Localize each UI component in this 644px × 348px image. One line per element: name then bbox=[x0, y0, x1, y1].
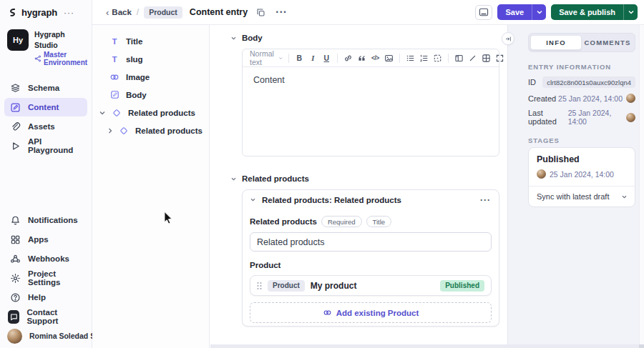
component-overflow-menu[interactable]: ··· bbox=[480, 195, 491, 205]
scrollbar-corner bbox=[639, 344, 644, 348]
sidebar-item-schema[interactable]: Schema bbox=[4, 79, 87, 97]
content-icon bbox=[9, 101, 21, 113]
workspace-name: Hygraph Studio bbox=[34, 29, 87, 50]
sidebar-item-assets[interactable]: Assets bbox=[4, 117, 87, 136]
entry-overflow-menu[interactable]: ··· bbox=[273, 5, 289, 19]
embed-button[interactable] bbox=[479, 51, 493, 64]
back-button[interactable]: ‹ Back bbox=[106, 5, 132, 19]
tab-comments[interactable]: COMMENTS bbox=[582, 35, 633, 50]
field-nav-slug[interactable]: T slug bbox=[92, 50, 209, 68]
workspace-avatar: Hy bbox=[7, 29, 29, 51]
required-badge: Required bbox=[321, 216, 362, 227]
page-title: Content entry bbox=[190, 7, 248, 17]
bold-button[interactable]: B bbox=[293, 51, 306, 64]
schema-icon bbox=[9, 82, 21, 94]
published-by-avatar bbox=[537, 169, 546, 179]
body-section-header[interactable]: Body bbox=[231, 34, 263, 42]
user-avatar bbox=[7, 329, 22, 344]
tab-info[interactable]: INFO bbox=[530, 35, 582, 50]
richtext-editor: Normal text B I U </> bbox=[242, 49, 499, 156]
sidebar-item-notifications[interactable]: Notifications bbox=[4, 211, 87, 229]
image-button[interactable] bbox=[382, 51, 396, 64]
stage-published-date: 25 Jan 2024, 14:00 bbox=[550, 170, 614, 179]
related-products-input[interactable] bbox=[250, 232, 492, 252]
workspace-switcher[interactable]: Hy Hygraph Studio Master Environment bbox=[0, 25, 92, 66]
copy-icon[interactable] bbox=[253, 5, 268, 19]
link-button[interactable] bbox=[341, 51, 355, 64]
field-nav-related-products[interactable]: Related products bbox=[92, 104, 209, 121]
chevron-down-icon[interactable] bbox=[231, 177, 236, 181]
preview-panel-toggle-icon[interactable] bbox=[475, 5, 492, 20]
numbered-list-button[interactable] bbox=[417, 51, 431, 64]
checklist-button[interactable] bbox=[431, 51, 444, 64]
id-label: ID bbox=[528, 78, 536, 86]
italic-button[interactable]: I bbox=[306, 51, 320, 64]
gear-icon bbox=[9, 272, 21, 284]
chevron-down-icon[interactable] bbox=[250, 198, 255, 202]
bulleted-list-button[interactable] bbox=[404, 51, 417, 64]
component-field-icon bbox=[119, 126, 129, 136]
sidebar-item-api-playground[interactable]: API Playground bbox=[4, 136, 87, 155]
assets-icon bbox=[9, 121, 21, 132]
hygraph-logo-icon bbox=[7, 7, 18, 18]
created-label: Created bbox=[528, 94, 556, 103]
field-nav-image[interactable]: Image bbox=[92, 68, 209, 86]
product-reference-row[interactable]: Product My product Published bbox=[250, 275, 492, 296]
component-field-icon bbox=[112, 108, 122, 118]
environment-selector[interactable]: Master Environment bbox=[34, 51, 87, 66]
stage-published-label: Published bbox=[537, 154, 627, 164]
component-body: Related products Required Title Product … bbox=[243, 209, 499, 330]
created-by-avatar bbox=[626, 94, 635, 103]
last-updated-label: Last updated bbox=[528, 109, 568, 126]
richtext-content-area[interactable]: Content bbox=[243, 67, 499, 93]
entry-information-heading: ENTRY INFORMATION bbox=[528, 63, 635, 71]
sidebar-item-content[interactable]: Content bbox=[4, 98, 87, 116]
chat-icon bbox=[8, 310, 19, 324]
sidebar-item-contact-support[interactable]: Contact Support bbox=[4, 307, 87, 326]
collapse-panel-button[interactable] bbox=[502, 32, 514, 45]
sidebar-item-help[interactable]: Help bbox=[4, 288, 87, 307]
code-button[interactable]: </> bbox=[369, 51, 382, 64]
underline-button[interactable]: U bbox=[320, 51, 333, 64]
sidebar-item-apps[interactable]: Apps bbox=[4, 230, 87, 249]
logo-menu[interactable]: ··· bbox=[64, 8, 74, 18]
entry-id-value[interactable]: clrt82c8n001s0auxc90zlqn4 bbox=[542, 76, 635, 88]
save-dropdown-chevron-icon[interactable] bbox=[532, 4, 546, 20]
topbar: ‹ Back / Product Content entry ··· Save bbox=[92, 0, 644, 25]
save-button[interactable]: Save bbox=[497, 4, 546, 20]
topbar-actions: Save Save & publish bbox=[475, 4, 638, 20]
sidebar-item-webhooks[interactable]: Webhooks bbox=[4, 249, 87, 268]
field-nav-related-products-nested[interactable]: Related products bbox=[92, 121, 209, 139]
sidebar-item-project-settings[interactable]: Project Settings bbox=[4, 269, 87, 287]
logo-wordmark: hygraph bbox=[21, 7, 57, 18]
text-style-select[interactable]: Normal text bbox=[248, 49, 285, 66]
webhook-icon bbox=[9, 253, 21, 264]
horizontal-scrollbar[interactable] bbox=[210, 344, 639, 348]
table-button[interactable] bbox=[452, 51, 466, 64]
field-nav-title[interactable]: T Title bbox=[92, 32, 209, 50]
add-existing-product-button[interactable]: Add existing Product bbox=[250, 302, 492, 323]
chevron-right-icon[interactable] bbox=[108, 128, 112, 134]
publish-dropdown-chevron-icon[interactable] bbox=[624, 4, 638, 20]
title-badge: Title bbox=[366, 216, 392, 227]
created-value: 25 Jan 2024, 14:00 bbox=[558, 94, 623, 103]
sync-with-latest-draft[interactable]: Sync with latest draft bbox=[529, 187, 635, 207]
component-header[interactable]: Related products: Related products ··· bbox=[243, 190, 499, 209]
drag-handle-icon[interactable] bbox=[257, 282, 262, 290]
related-products-section-header[interactable]: Related products bbox=[231, 174, 309, 183]
info-panel: INFO COMMENTS ENTRY INFORMATION ID clrt8… bbox=[507, 25, 639, 344]
stages-heading: STAGES bbox=[528, 136, 635, 144]
chevron-down-icon[interactable] bbox=[231, 36, 236, 40]
blockquote-button[interactable] bbox=[355, 51, 369, 64]
bell-icon bbox=[9, 214, 21, 226]
chevron-down-icon[interactable] bbox=[99, 111, 105, 115]
breadcrumb-model-badge[interactable]: Product bbox=[144, 6, 182, 19]
sidebar-item-user-profile[interactable]: Romina Soledad Soto bbox=[4, 327, 87, 345]
save-publish-button[interactable]: Save & publish bbox=[551, 4, 638, 20]
field-nav-body[interactable]: Body bbox=[92, 86, 209, 104]
text-field-icon: T bbox=[109, 54, 119, 64]
horizontal-rule-button[interactable] bbox=[466, 51, 479, 64]
related-products-field-label: Related products bbox=[250, 217, 317, 226]
fullscreen-button[interactable] bbox=[493, 51, 507, 64]
vertical-scrollbar[interactable] bbox=[639, 25, 644, 344]
